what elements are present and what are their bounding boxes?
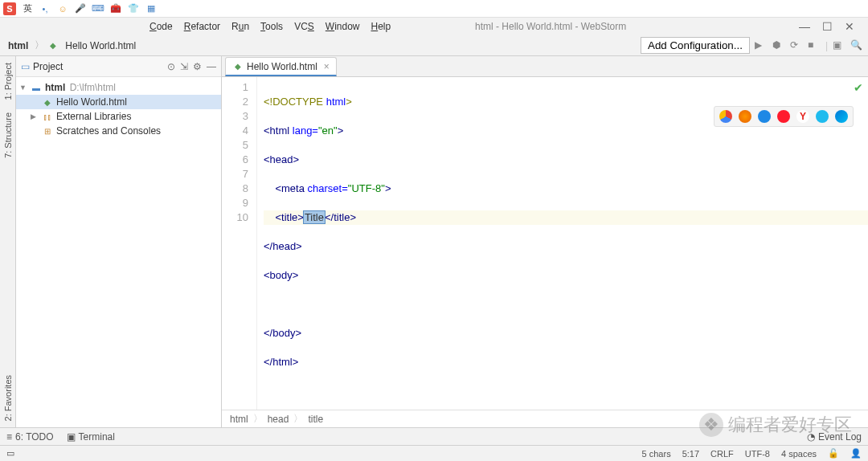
status-line-ending[interactable]: CRLF xyxy=(710,449,734,459)
html-file-icon: ◆ xyxy=(232,61,244,72)
minimize-icon[interactable]: — xyxy=(797,19,812,34)
coverage-icon[interactable]: ⟳ xyxy=(790,39,803,52)
left-tool-stripe: 1: Project 7: Structure 2: Favorites xyxy=(0,56,16,427)
tab-close-icon[interactable]: × xyxy=(324,61,330,72)
code-content[interactable]: <!DOCTYPE html> <html lang="en"> <head> … xyxy=(257,77,868,410)
ime-bar: S 英 •, ☺ 🎤 ⌨ 🧰 👕 ▦ xyxy=(0,0,868,18)
safari-icon[interactable] xyxy=(758,110,771,123)
ie-icon[interactable] xyxy=(816,110,829,123)
title-bar: Code Refactor Run Tools VCS Window Help … xyxy=(0,18,868,35)
chevron-down-icon[interactable]: ▼ xyxy=(19,84,27,92)
menu-run[interactable]: Run xyxy=(227,19,254,34)
status-inspector-icon[interactable]: 👤 xyxy=(850,448,862,459)
project-view-icon: ▭ xyxy=(21,61,30,72)
navigation-bar: html 〉 ◆ Hello World.html Add Configurat… xyxy=(0,35,868,56)
side-tab-project[interactable]: 1: Project xyxy=(2,56,14,106)
menu-vcs[interactable]: VCS xyxy=(289,19,319,34)
menu-refactor[interactable]: Refactor xyxy=(179,19,225,34)
status-bar: ▭ 5 chars 5:17 CRLF UTF-8 4 spaces 🔓 👤 xyxy=(0,445,868,461)
todo-tab[interactable]: ≡ 6: TODO xyxy=(6,431,54,443)
side-tab-structure[interactable]: 7: Structure xyxy=(2,106,14,165)
hide-icon[interactable]: — xyxy=(207,61,216,72)
menu-bar: Code Refactor Run Tools VCS Window Help xyxy=(0,19,395,34)
gear-icon[interactable]: ⚙ xyxy=(193,61,202,72)
chrome-icon[interactable] xyxy=(719,110,732,123)
opera-icon[interactable] xyxy=(777,110,790,123)
locate-icon[interactable]: ⊙ xyxy=(167,61,175,72)
terminal-tab[interactable]: ▣ Terminal xyxy=(67,431,115,443)
chevron-right-icon: 〉 xyxy=(253,412,263,426)
window-controls: — ☐ ✕ xyxy=(786,19,868,34)
ime-grid-icon[interactable]: ▦ xyxy=(145,2,158,15)
ime-toolbox-icon[interactable]: 🧰 xyxy=(109,2,122,15)
event-log-tab[interactable]: ◔ Event Log xyxy=(807,431,862,443)
maximize-icon[interactable]: ☐ xyxy=(820,19,834,34)
menu-window[interactable]: Window xyxy=(321,19,365,34)
expand-icon[interactable]: ⇲ xyxy=(180,61,188,72)
bottom-tool-stripe: ≡ 6: TODO ▣ Terminal ◔ Event Log xyxy=(0,427,868,445)
folder-icon: ▬ xyxy=(31,82,42,93)
ime-smile-icon[interactable]: ☺ xyxy=(56,2,69,15)
editor-tab-hello-world[interactable]: ◆ Hello World.html × xyxy=(225,57,337,76)
layout-icon[interactable]: ▣ xyxy=(833,39,845,52)
breadcrumb-file[interactable]: Hello World.html xyxy=(62,39,139,53)
add-configuration-button[interactable]: Add Configuration... xyxy=(641,37,750,54)
ime-mic-icon[interactable]: 🎤 xyxy=(74,2,87,15)
browser-preview-bar: Y xyxy=(714,106,854,127)
scratch-icon: ⊞ xyxy=(42,125,53,137)
editor-breadcrumb: html 〉 head 〉 title xyxy=(222,410,868,427)
menu-help[interactable]: Help xyxy=(366,19,396,34)
crumb-head[interactable]: head xyxy=(268,414,289,425)
status-position[interactable]: 5:17 xyxy=(682,449,699,459)
ime-sep-icon: •, xyxy=(39,2,51,15)
tree-external-libraries[interactable]: ▶ ⫿⫿ External Libraries xyxy=(16,109,221,124)
window-title: html - Hello World.html - WebStorm xyxy=(395,21,786,32)
status-lock-icon[interactable]: 🔓 xyxy=(828,448,839,459)
firefox-icon[interactable] xyxy=(739,110,751,123)
editor-tab-label: Hello World.html xyxy=(247,61,317,72)
search-icon[interactable]: 🔍 xyxy=(850,39,863,52)
chevron-right-icon[interactable]: ▶ xyxy=(31,112,39,120)
edge-icon[interactable] xyxy=(835,110,848,123)
library-icon: ⫿⫿ xyxy=(42,111,53,122)
project-panel-header: ▭ Project ⊙ ⇲ ⚙ — xyxy=(16,56,221,77)
chevron-right-icon: 〉 xyxy=(293,412,303,426)
tree-scratches[interactable]: ⊞ Scratches and Consoles xyxy=(16,124,221,138)
breadcrumb-root[interactable]: html xyxy=(5,39,31,53)
ime-s-icon: S xyxy=(3,2,16,15)
html-file-icon: ◆ xyxy=(42,96,53,108)
ime-lang[interactable]: 英 xyxy=(21,2,34,15)
tree-file-hello-world[interactable]: ◆ Hello World.html xyxy=(16,95,221,109)
status-indent[interactable]: 4 spaces xyxy=(781,449,817,459)
debug-icon[interactable]: ⬢ xyxy=(772,39,785,52)
project-panel: ▭ Project ⊙ ⇲ ⚙ — ▼ ▬ html D:\lfm\html ◆… xyxy=(16,56,222,427)
tree-root[interactable]: ▼ ▬ html D:\lfm\html xyxy=(16,80,221,95)
status-encoding[interactable]: UTF-8 xyxy=(745,449,770,459)
project-tree: ▼ ▬ html D:\lfm\html ◆ Hello World.html … xyxy=(16,77,221,141)
html-file-icon: ◆ xyxy=(47,40,59,51)
project-panel-title: Project xyxy=(33,61,167,72)
ime-shirt-icon[interactable]: 👕 xyxy=(127,2,140,15)
chevron-right-icon: 〉 xyxy=(35,39,44,52)
ime-keyboard-icon[interactable]: ⌨ xyxy=(92,2,104,15)
gutter: 12345 678910 xyxy=(222,77,257,410)
close-icon[interactable]: ✕ xyxy=(842,19,857,34)
editor: ◆ Hello World.html × ✔ 12345 678910 <!DO… xyxy=(222,56,868,427)
editor-tabs: ◆ Hello World.html × xyxy=(222,56,868,77)
crumb-html[interactable]: html xyxy=(230,414,248,425)
menu-code[interactable]: Code xyxy=(145,19,178,34)
breadcrumb: html 〉 ◆ Hello World.html xyxy=(5,39,139,53)
run-icon[interactable]: ▶ xyxy=(755,39,768,52)
status-chars: 5 chars xyxy=(642,449,671,459)
status-icon[interactable]: ▭ xyxy=(6,448,14,459)
menu-tools[interactable]: Tools xyxy=(256,19,288,34)
crumb-title[interactable]: title xyxy=(308,414,323,425)
stop-icon[interactable]: ■ xyxy=(808,39,821,52)
code-area[interactable]: ✔ 12345 678910 <!DOCTYPE html> <html lan… xyxy=(222,77,868,410)
yandex-icon[interactable]: Y xyxy=(796,110,809,123)
side-tab-favorites[interactable]: 2: Favorites xyxy=(2,369,14,427)
